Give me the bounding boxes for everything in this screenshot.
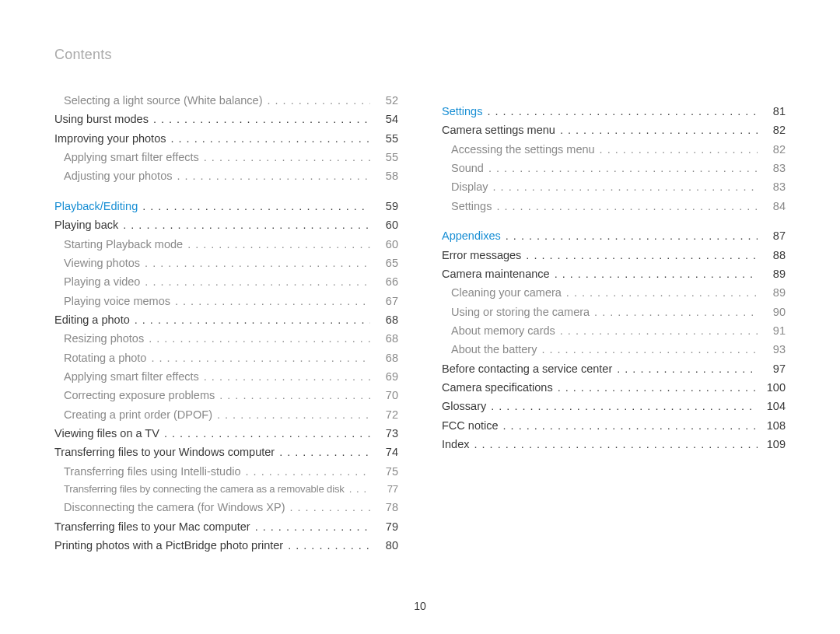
toc-dots: . . . . . . . . . . . . . . . . . . . . … xyxy=(135,310,370,329)
toc-entry-page: 68 xyxy=(375,329,398,348)
toc-entry-text: Camera maintenance xyxy=(442,264,550,283)
toc-entry[interactable]: Printing photos with a PictBridge photo … xyxy=(54,536,398,555)
toc-entry[interactable]: Transferring files using Intelli-studio.… xyxy=(54,462,398,481)
toc-dots: . . . . . . . . . . . . . . . . . . . . … xyxy=(600,140,758,159)
toc-entry-page: 89 xyxy=(762,264,786,283)
toc-entry[interactable]: Improving your photos. . . . . . . . . .… xyxy=(54,129,398,148)
toc-entry-text: FCC notice xyxy=(442,416,499,435)
toc-entry[interactable]: Accessing the settings menu. . . . . . .… xyxy=(442,140,786,159)
toc-dots: . . . . . . . . . . . . . . . . . . . . … xyxy=(566,283,758,302)
toc-entry[interactable]: Viewing photos. . . . . . . . . . . . . … xyxy=(54,254,398,272)
toc-entry-text: About memory cards xyxy=(442,321,555,340)
toc-entry-text: Appendixes xyxy=(442,226,501,245)
toc-entry-text: Disconnecting the camera (for Windows XP… xyxy=(54,498,285,517)
toc-entry[interactable]: Viewing files on a TV. . . . . . . . . .… xyxy=(54,424,398,443)
toc-entry-text: Viewing photos xyxy=(54,254,140,272)
toc-dots: . . . . . . . . . . . . . . . . . . . . … xyxy=(255,517,370,536)
toc-dots: . . . . . . . . . . . . . . . . . . . . … xyxy=(151,349,370,367)
toc-dots: . . . . . . . . . . . . . . . . . . . . … xyxy=(503,416,758,435)
toc-dots: . . . . . . . . . . . . . . . . . . . . … xyxy=(487,102,758,121)
toc-entry-text: Resizing photos xyxy=(54,329,144,348)
toc-entry[interactable]: Selecting a light source (White balance)… xyxy=(54,91,398,110)
toc-entry-text: Transferring files to your Mac computer xyxy=(54,517,250,536)
page-number: 10 xyxy=(414,600,426,612)
toc-entry-page: 60 xyxy=(375,215,398,234)
toc-entry[interactable]: Error messages. . . . . . . . . . . . . … xyxy=(442,246,786,264)
toc-entry[interactable]: Editing a photo. . . . . . . . . . . . .… xyxy=(54,310,398,329)
toc-entry-text: Transferring files by connecting the cam… xyxy=(54,481,345,498)
toc-dots: . . . . . . . . . . . . . . . . . . . . … xyxy=(526,246,758,264)
toc-entry[interactable]: About the battery. . . . . . . . . . . .… xyxy=(442,340,786,359)
toc-entry[interactable]: Camera settings menu. . . . . . . . . . … xyxy=(442,121,786,139)
toc-entry-page: 89 xyxy=(762,283,786,302)
toc-entry[interactable]: Rotating a photo. . . . . . . . . . . . … xyxy=(54,349,398,367)
toc-dots: . . . . . . . . . . . . . . . . . . . . … xyxy=(594,303,758,321)
toc-entry[interactable]: Before contacting a service center. . . … xyxy=(442,359,786,378)
toc-entry[interactable]: Applying smart filter effects. . . . . .… xyxy=(54,148,398,166)
toc-entry[interactable]: Playing a video. . . . . . . . . . . . .… xyxy=(54,272,398,291)
toc-entry-text: Index xyxy=(442,435,469,454)
toc-entry[interactable]: Applying smart filter effects. . . . . .… xyxy=(54,367,398,386)
toc-entry[interactable]: Glossary. . . . . . . . . . . . . . . . … xyxy=(442,397,786,415)
toc-entry-text: Accessing the settings menu xyxy=(442,140,595,159)
toc-entry-text: Display xyxy=(442,177,488,196)
toc-entry-text: Playback/Editing xyxy=(54,197,138,215)
toc-entry-page: 82 xyxy=(762,140,786,159)
toc-entry[interactable]: Adjusting your photos. . . . . . . . . .… xyxy=(54,166,398,185)
toc-dots: . . . . . . . . . . . . . . . . . . . . … xyxy=(187,235,370,254)
toc-entry[interactable]: Cleaning your camera. . . . . . . . . . … xyxy=(442,283,786,302)
toc-entry-page: 82 xyxy=(762,121,786,139)
toc-entry-text: Adjusting your photos xyxy=(54,166,172,185)
toc-entry-page: 91 xyxy=(762,321,786,340)
toc-entry[interactable]: Camera maintenance. . . . . . . . . . . … xyxy=(442,264,786,283)
toc-entry[interactable]: Playing back. . . . . . . . . . . . . . … xyxy=(54,215,398,234)
toc-columns: Selecting a light source (White balance)… xyxy=(54,91,786,555)
toc-entry-text: Sound xyxy=(442,159,484,177)
toc-entry-text: Editing a photo xyxy=(54,310,130,329)
toc-entry[interactable]: Starting Playback mode. . . . . . . . . … xyxy=(54,235,398,254)
toc-dots: . . . . . . . . . . . . . . . . . . . . … xyxy=(145,254,370,272)
toc-entry[interactable]: Settings. . . . . . . . . . . . . . . . … xyxy=(442,102,786,121)
toc-entry-page: 70 xyxy=(375,386,398,405)
toc-entry-page: 75 xyxy=(375,462,398,481)
toc-dots: . . . . . . . . . . . . . . . . . . . . … xyxy=(506,226,758,245)
toc-entry[interactable]: Display. . . . . . . . . . . . . . . . .… xyxy=(442,177,786,196)
toc-entry[interactable]: Resizing photos. . . . . . . . . . . . .… xyxy=(54,329,398,348)
toc-entry[interactable]: Transferring files to your Mac computer.… xyxy=(54,517,398,536)
toc-entry-text: Transferring files using Intelli-studio xyxy=(54,462,241,481)
toc-dots: . . . . . . . . . . . . . . . . . . . . … xyxy=(204,367,370,386)
toc-dots: . . . . . . . . . . . . . . . . . . . . … xyxy=(555,264,758,283)
toc-entry[interactable]: Playback/Editing. . . . . . . . . . . . … xyxy=(54,197,398,215)
toc-entry-text: Camera specifications xyxy=(442,378,553,397)
toc-entry-page: 60 xyxy=(375,235,398,254)
toc-entry-text: Cleaning your camera xyxy=(442,283,562,302)
toc-entry-text: Viewing files on a TV xyxy=(54,424,159,443)
toc-entry[interactable]: Sound. . . . . . . . . . . . . . . . . .… xyxy=(442,159,786,177)
toc-entry[interactable]: Transferring files to your Windows compu… xyxy=(54,443,398,461)
toc-entry[interactable]: Disconnecting the camera (for Windows XP… xyxy=(54,498,398,517)
toc-dots: . . . . . . . . . . . . . . . . . . . . … xyxy=(288,536,370,555)
toc-dots: . . . . . . . . . . . . . . . . . . . . … xyxy=(617,359,758,378)
toc-entry-page: 90 xyxy=(762,303,786,321)
toc-entry[interactable]: Transferring files by connecting the cam… xyxy=(54,481,398,498)
toc-entry-text: Camera settings menu xyxy=(442,121,555,139)
toc-entry[interactable]: Playing voice memos. . . . . . . . . . .… xyxy=(54,292,398,310)
toc-entry[interactable]: Appendixes. . . . . . . . . . . . . . . … xyxy=(442,226,786,245)
toc-entry-text: Playing back xyxy=(54,215,118,234)
toc-entry[interactable]: About memory cards. . . . . . . . . . . … xyxy=(442,321,786,340)
toc-entry[interactable]: Creating a print order (DPOF). . . . . .… xyxy=(54,405,398,424)
toc-entry-page: 73 xyxy=(375,424,398,443)
toc-dots: . . . . . . . . . . . . . . . . . . . . … xyxy=(488,159,758,177)
toc-entry[interactable]: Using burst modes. . . . . . . . . . . .… xyxy=(54,110,398,128)
toc-dots: . . . . . . . . . . . . . . . . . . . . … xyxy=(541,340,758,359)
toc-entry[interactable]: Correcting exposure problems. . . . . . … xyxy=(54,386,398,405)
toc-entry[interactable]: Using or storing the camera. . . . . . .… xyxy=(442,303,786,321)
toc-entry-page: 80 xyxy=(375,536,398,555)
toc-entry[interactable]: Camera specifications. . . . . . . . . .… xyxy=(442,378,786,397)
toc-column-left: Selecting a light source (White balance)… xyxy=(54,91,398,555)
toc-entry-text: Settings xyxy=(442,197,492,215)
toc-entry[interactable]: Settings. . . . . . . . . . . . . . . . … xyxy=(442,197,786,215)
toc-entry[interactable]: Index. . . . . . . . . . . . . . . . . .… xyxy=(442,435,786,454)
toc-entry-text: About the battery xyxy=(442,340,537,359)
toc-entry[interactable]: FCC notice. . . . . . . . . . . . . . . … xyxy=(442,416,786,435)
